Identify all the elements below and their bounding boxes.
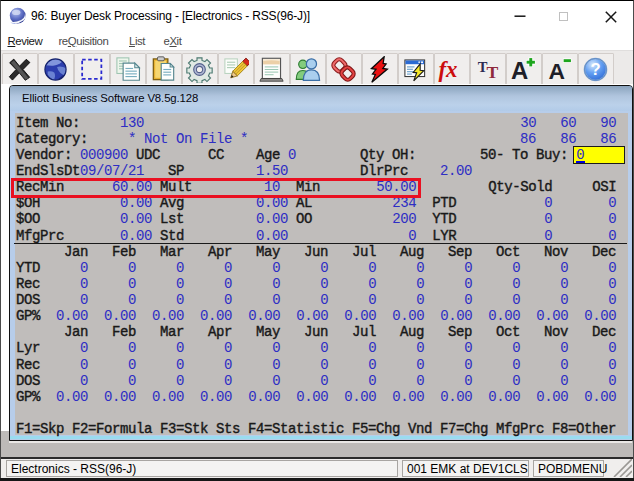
svg-text:A: A <box>511 57 528 83</box>
svg-text:T: T <box>486 62 498 82</box>
svg-text:?: ? <box>590 60 600 79</box>
svg-text:A: A <box>549 58 566 83</box>
svg-text:fx: fx <box>439 57 458 82</box>
